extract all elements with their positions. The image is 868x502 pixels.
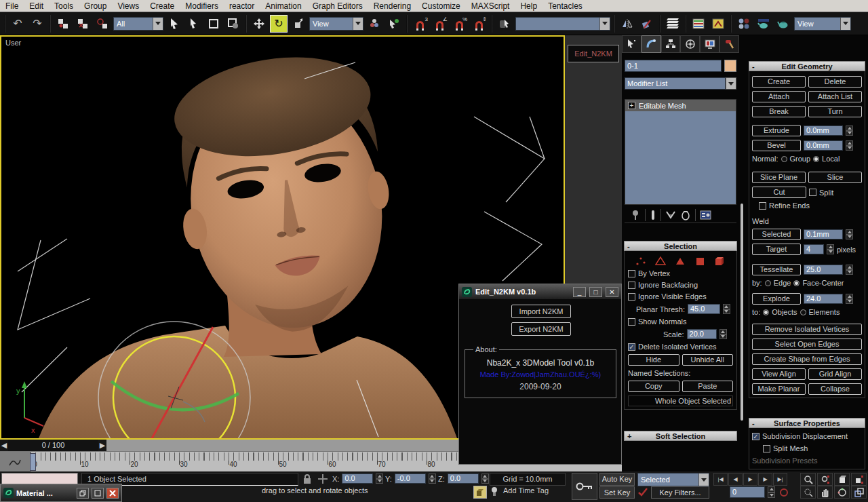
attach-button[interactable]: Attach [752, 91, 806, 102]
material-editor-icon[interactable] [735, 15, 753, 33]
zoom-all-icon[interactable] [817, 473, 833, 486]
normal-local-radio[interactable] [813, 156, 819, 162]
selection-lock-icon[interactable] [302, 474, 312, 486]
surface-properties-rollout-header[interactable]: - Surface Properties [749, 418, 865, 428]
rectangular-selection-region-icon[interactable] [205, 15, 222, 33]
add-time-tag[interactable]: Add Time Tag [503, 486, 549, 495]
dropdown-arrow-icon[interactable] [599, 18, 610, 30]
percent-snap-icon[interactable]: % [450, 15, 468, 33]
menu-file[interactable]: File [0, 0, 24, 12]
tab-display-icon[interactable] [700, 35, 719, 53]
bevel-field[interactable]: 0.0mm [804, 140, 843, 151]
notification-lamp-icon[interactable] [490, 486, 499, 499]
tab-utilities-icon[interactable] [719, 35, 739, 53]
next-frame-icon[interactable]: ▶ [758, 473, 772, 486]
expand-icon[interactable]: + [627, 431, 631, 442]
tab-edit-n2km[interactable]: Edit_N2KM [568, 45, 619, 62]
angle-snap-icon[interactable]: ∠ [431, 15, 448, 33]
go-to-start-icon[interactable]: |◀ [713, 473, 728, 486]
pan-hand-icon[interactable] [817, 486, 833, 499]
edit-named-selections-icon[interactable] [496, 15, 513, 33]
schematic-view-icon[interactable] [709, 15, 727, 33]
weld-target-button[interactable]: Target [752, 244, 801, 255]
explode-objects-radio[interactable] [763, 309, 769, 315]
import-n2km-button[interactable]: Import N2KM [511, 305, 571, 318]
object-color-swatch[interactable] [724, 60, 736, 72]
soft-selection-rollout-header[interactable]: + Soft Selection [624, 431, 737, 441]
dropdown-arrow-icon[interactable] [153, 18, 163, 30]
unlink-icon[interactable] [74, 15, 92, 33]
select-and-link-icon[interactable] [54, 15, 72, 33]
select-by-name-icon[interactable] [185, 15, 203, 33]
split-mesh-checkbox[interactable] [763, 445, 770, 452]
export-n2km-button[interactable]: Export N2KM [511, 322, 571, 336]
subdivision-displacement-checkbox[interactable]: ✓ [752, 433, 760, 440]
reference-coordinate-dropdown[interactable]: View [309, 17, 363, 31]
named-selection-set-dropdown[interactable] [515, 17, 610, 31]
viewport-label[interactable]: User [5, 39, 21, 47]
extrude-button[interactable]: Extrude [752, 125, 801, 136]
normal-group-radio[interactable] [781, 156, 787, 162]
maximize-icon[interactable]: □ [589, 287, 602, 297]
dropdown-arrow-icon[interactable] [840, 18, 850, 30]
menu-views[interactable]: Views [112, 0, 144, 12]
curve-editor-icon[interactable] [690, 15, 707, 33]
select-open-edges-button[interactable]: Select Open Edges [752, 339, 862, 350]
menu-rendering[interactable]: Rendering [368, 0, 416, 12]
current-frame-field[interactable]: 0 [730, 486, 765, 498]
tessellate-edge-radio[interactable] [765, 280, 771, 286]
remove-modifier-icon[interactable] [680, 210, 691, 220]
maximize-icon[interactable] [92, 488, 104, 499]
menu-edit[interactable]: Edit [24, 0, 49, 12]
select-and-move-icon[interactable] [250, 15, 268, 33]
y-spinner[interactable] [429, 474, 436, 484]
explode-spinner[interactable] [846, 294, 853, 304]
select-object-icon[interactable] [165, 15, 183, 33]
previous-frame-icon[interactable]: ◀ [728, 473, 743, 486]
select-and-scale-icon[interactable] [290, 15, 307, 33]
collapse-icon[interactable]: - [752, 62, 755, 72]
weld-selected-field[interactable]: 0.1mm [804, 229, 843, 239]
delete-button[interactable]: Delete [808, 76, 862, 88]
stack-expand-icon[interactable]: + [628, 102, 635, 109]
redo-icon[interactable]: ↷ [28, 15, 46, 33]
pin-stack-icon[interactable] [630, 210, 641, 220]
bevel-button[interactable]: Bevel [752, 140, 801, 151]
dialog-title-bar[interactable]: Edit_N2KM v0.1b _ □ ✕ [459, 284, 621, 299]
make-unique-icon[interactable] [665, 210, 676, 220]
render-scene-icon[interactable] [755, 15, 772, 33]
selection-rollout-header[interactable]: - Selection [624, 241, 737, 251]
menu-maxscript[interactable]: MAXScript [466, 0, 515, 12]
show-end-result-icon[interactable] [650, 210, 656, 220]
paste-button[interactable]: Paste [682, 381, 734, 392]
tessellate-face-center-radio[interactable] [793, 280, 800, 286]
selection-filter-dropdown[interactable]: All [113, 17, 163, 31]
menu-create[interactable]: Create [144, 0, 180, 12]
tab-modify-icon[interactable] [642, 35, 661, 53]
menu-help[interactable]: Help [515, 0, 542, 12]
menu-group[interactable]: Group [79, 0, 112, 12]
planar-thresh-spinner[interactable] [723, 304, 730, 314]
stack-item-editable-mesh[interactable]: + Editable Mesh [625, 100, 736, 111]
modifier-list-arrow-icon[interactable] [726, 77, 736, 90]
layer-manager-icon[interactable] [664, 15, 682, 33]
view-align-button[interactable]: View Align [752, 368, 806, 380]
close-icon[interactable]: ✕ [606, 287, 618, 297]
collapse-icon[interactable]: - [752, 419, 755, 429]
create-button[interactable]: Create [752, 76, 806, 88]
previous-frame-arrow-icon[interactable]: ◀ [0, 440, 8, 451]
window-crossing-icon[interactable] [224, 15, 242, 33]
menu-tentacles[interactable]: Tentacles [542, 0, 588, 12]
region-zoom-icon[interactable] [800, 486, 816, 499]
weld-selected-button[interactable]: Selected [752, 229, 801, 240]
turn-button[interactable]: Turn [808, 106, 862, 117]
hide-button[interactable]: Hide [628, 354, 679, 366]
explode-button[interactable]: Explode [752, 293, 801, 305]
tab-create-icon[interactable] [622, 35, 642, 53]
dropdown-arrow-icon[interactable] [698, 474, 709, 486]
x-coordinate-field[interactable]: 0.0 [342, 474, 373, 484]
frame-spinner[interactable] [768, 486, 775, 498]
key-filters-button[interactable]: Key Filters... [651, 486, 709, 499]
edge-subobject-icon[interactable] [655, 256, 666, 266]
extrude-spinner[interactable] [846, 125, 853, 136]
